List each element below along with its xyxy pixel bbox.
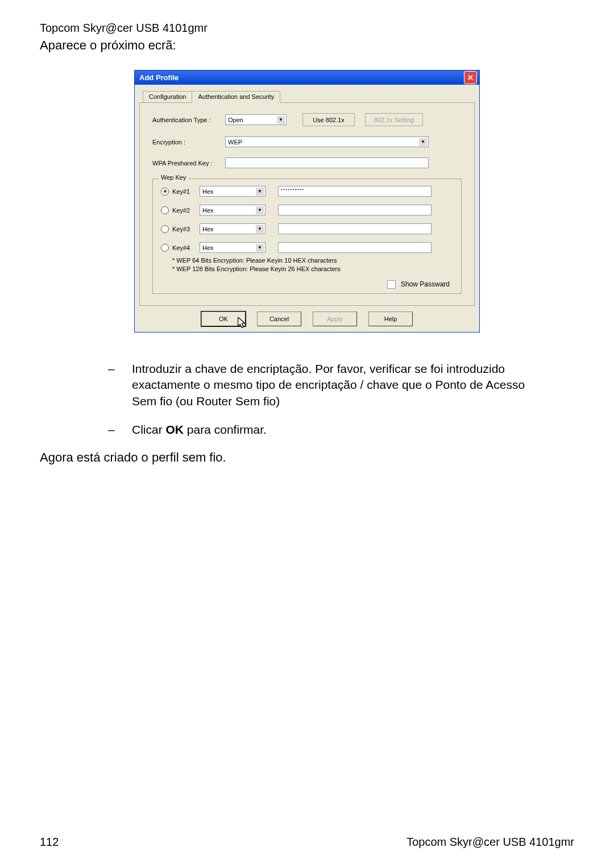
tab-panel: Authentication Type : Open ▼ Use 802.1x … (139, 102, 475, 306)
apply-button: Apply (313, 312, 357, 326)
wpa-key-label: WPA Preshared Key : (152, 160, 225, 167)
chevron-down-icon: ▼ (255, 187, 264, 196)
key1-input[interactable]: ********** (278, 186, 432, 197)
close-icon: ✕ (467, 74, 474, 81)
dialog-button-row: OK Cancel Apply Help (139, 306, 475, 329)
instruction-2-text: Clicar OK para confirmar. (132, 422, 267, 438)
instruction-1: – Introduzir a chave de encriptação. Por… (108, 361, 542, 409)
instruction-2: – Clicar OK para confirmar. (108, 422, 542, 438)
key4-format-select[interactable]: Hex ▼ (200, 242, 265, 253)
auth-type-label: Authentication Type : (152, 117, 225, 123)
key1-label: Key#1 (172, 188, 200, 195)
ok-button[interactable]: OK (201, 312, 246, 326)
key2-format-select[interactable]: Hex ▼ (200, 205, 265, 215)
instruction-1-text: Introduzir a chave de encriptação. Por f… (132, 361, 542, 409)
closing-text: Agora está criado o perfil sem fio. (40, 450, 574, 465)
page-number: 112 (40, 836, 59, 849)
key3-format-select[interactable]: Hex ▼ (200, 223, 265, 234)
header-product: Topcom Skyr@cer USB 4101gmr (40, 22, 574, 35)
key1-radio[interactable] (161, 188, 169, 196)
add-profile-dialog: Add Profile ✕ Configuration Authenticati… (134, 70, 480, 333)
wep-hint-1: * WEP 64 Bits Encryption: Please Keyin 1… (172, 256, 453, 265)
key2-radio[interactable] (161, 206, 169, 214)
wep-key-group: Wep Key Key#1 Hex ▼ ********** Key#2 (152, 178, 462, 294)
page-footer: 112 Topcom Skyr@cer USB 4101gmr (40, 836, 574, 849)
chevron-down-icon: ▼ (255, 225, 264, 234)
key2-input[interactable] (278, 205, 432, 215)
chevron-down-icon: ▼ (276, 115, 285, 124)
key3-radio[interactable] (161, 225, 169, 233)
tab-configuration[interactable]: Configuration (143, 91, 192, 103)
dialog-title: Add Profile (139, 73, 179, 82)
key4-label: Key#4 (172, 244, 200, 251)
key3-label: Key#3 (172, 226, 200, 232)
wep-key-row-2: Key#2 Hex ▼ (161, 205, 453, 215)
chevron-down-icon: ▼ (255, 243, 264, 252)
tab-strip: Configuration Authentication and Securit… (143, 90, 475, 102)
show-password-row: Show Passward (161, 280, 453, 289)
key4-radio[interactable] (161, 244, 169, 252)
wep-hint: * WEP 64 Bits Encryption: Please Keyin 1… (172, 256, 453, 273)
key1-format-select[interactable]: Hex ▼ (200, 186, 265, 197)
show-password-label: Show Passward (401, 280, 450, 288)
dash-icon: – (108, 422, 132, 438)
chevron-down-icon: ▼ (418, 138, 428, 147)
footer-product: Topcom Skyr@cer USB 4101gmr (406, 836, 574, 849)
key1-format-value: Hex (202, 188, 214, 195)
auth-type-select[interactable]: Open ▼ (225, 114, 287, 125)
wpa-key-input[interactable] (225, 157, 429, 168)
encryption-label: Encryption : (152, 139, 225, 146)
auth-type-value: Open (228, 117, 243, 123)
wep-hint-2: * WEP 128 Bits Encryption: Please Keyin … (172, 265, 453, 273)
key2-format-value: Hex (202, 207, 214, 214)
wep-key-row-1: Key#1 Hex ▼ ********** (161, 186, 453, 197)
cancel-button[interactable]: Cancel (257, 312, 301, 326)
chevron-down-icon: ▼ (255, 206, 264, 215)
wep-key-row-3: Key#3 Hex ▼ (161, 223, 453, 234)
tab-auth-security[interactable]: Authentication and Security (192, 91, 280, 103)
8021x-setting-button: 802.1x Setting (365, 113, 423, 126)
help-button[interactable]: Help (368, 312, 413, 326)
encryption-value: WEP (228, 139, 242, 146)
key4-format-value: Hex (202, 244, 214, 251)
titlebar: Add Profile ✕ (135, 70, 479, 85)
intro-text: Aparece o próximo ecrã: (40, 38, 574, 53)
key3-input[interactable] (278, 223, 432, 234)
dash-icon: – (108, 361, 132, 409)
encryption-select[interactable]: WEP ▼ (225, 136, 429, 147)
wep-key-row-4: Key#4 Hex ▼ (161, 242, 453, 253)
key3-format-value: Hex (202, 226, 214, 232)
show-password-checkbox[interactable] (387, 280, 396, 289)
wep-key-legend: Wep Key (159, 174, 188, 181)
key2-label: Key#2 (172, 207, 200, 214)
use-8021x-button[interactable]: Use 802.1x (302, 113, 355, 126)
close-button[interactable]: ✕ (464, 71, 477, 84)
key4-input[interactable] (278, 242, 432, 253)
